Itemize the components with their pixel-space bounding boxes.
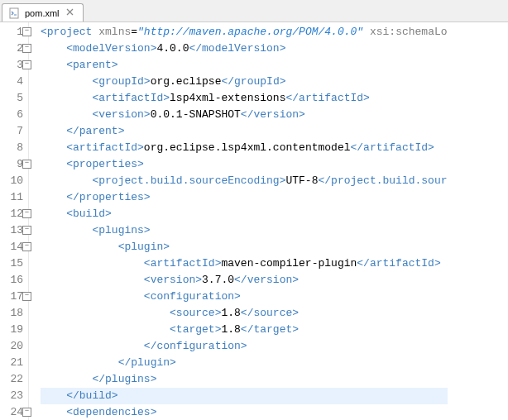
code-line[interactable]: <source>1.8</source>	[41, 305, 448, 322]
code-line[interactable]: <project xmlns="http://maven.apache.org/…	[41, 24, 448, 41]
code-line[interactable]: <build>	[41, 206, 448, 222]
code-line[interactable]: <project.build.sourceEncoding>UTF-8</pro…	[41, 173, 448, 189]
code-line[interactable]: </plugins>	[41, 371, 448, 388]
close-icon[interactable]	[64, 7, 76, 19]
code-line[interactable]: </configuration>	[41, 338, 448, 355]
code-line[interactable]: <artifactId>maven-compiler-plugin</artif…	[41, 255, 448, 272]
code-line[interactable]: <parent>	[41, 57, 448, 74]
tab-bar: pom.xml	[0, 0, 508, 22]
code-line[interactable]: <groupId>org.eclipse</groupId>	[41, 74, 448, 90]
editor: 1−2−3−456789−101112−13−14−151617−1819202…	[0, 22, 508, 420]
code-line[interactable]: <plugins>	[41, 222, 448, 239]
code-line[interactable]: <target>1.8</target>	[41, 322, 448, 338]
fold-icon[interactable]: −	[22, 226, 31, 235]
fold-icon[interactable]: −	[22, 27, 31, 36]
code-line[interactable]: <configuration>	[41, 289, 448, 305]
fold-icon[interactable]: −	[22, 60, 31, 69]
code-area[interactable]: <project xmlns="http://maven.apache.org/…	[29, 22, 448, 420]
code-line[interactable]: <artifactId>org.eclipse.lsp4xml.contentm…	[41, 140, 448, 156]
line-number-gutter: 1−2−3−456789−101112−13−14−151617−1819202…	[0, 22, 29, 420]
fold-icon[interactable]: −	[22, 209, 31, 218]
file-tab[interactable]: pom.xml	[2, 3, 84, 21]
code-line[interactable]: </parent>	[41, 123, 448, 140]
fold-icon[interactable]: −	[22, 242, 31, 251]
xml-file-icon	[9, 7, 21, 19]
code-line[interactable]: </properties>	[41, 189, 448, 206]
code-line[interactable]: <artifactId>lsp4xml-extensions</artifact…	[41, 90, 448, 107]
code-line[interactable]: </plugin>	[41, 355, 448, 371]
code-line[interactable]: </build>	[41, 388, 448, 404]
fold-icon[interactable]: −	[22, 44, 31, 53]
svg-rect-0	[10, 8, 18, 18]
code-line[interactable]: <dependencies>	[41, 404, 448, 420]
code-line[interactable]: <modelVersion>4.0.0</modelVersion>	[41, 41, 448, 57]
code-line[interactable]: <version>0.0.1-SNAPSHOT</version>	[41, 107, 448, 123]
fold-icon[interactable]: −	[22, 408, 31, 417]
tab-filename: pom.xml	[25, 8, 60, 18]
code-line[interactable]: <properties>	[41, 156, 448, 173]
code-line[interactable]: <version>3.7.0</version>	[41, 272, 448, 289]
fold-icon[interactable]: −	[22, 160, 31, 169]
fold-icon[interactable]: −	[22, 292, 31, 301]
code-line[interactable]: <plugin>	[41, 239, 448, 255]
